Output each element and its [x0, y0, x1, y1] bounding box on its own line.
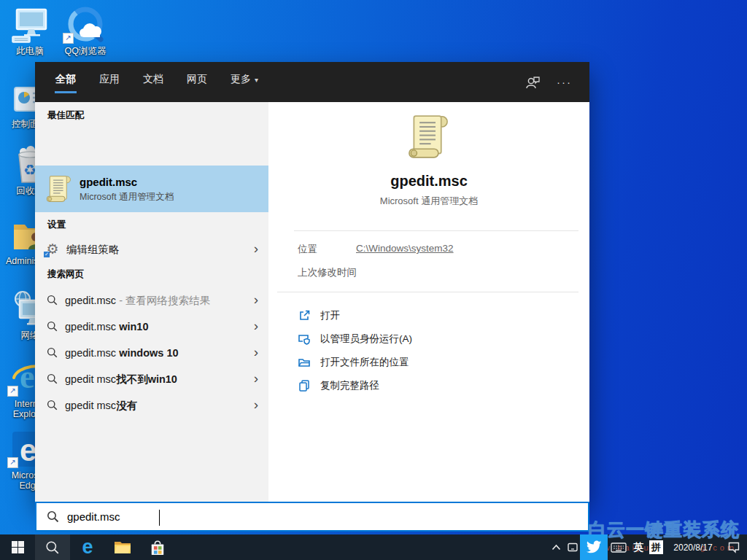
ime-pinyin-icon: 拼	[649, 540, 663, 554]
divider	[294, 230, 578, 231]
start-button[interactable]	[0, 534, 35, 560]
shortcut-arrow-icon: ↗	[7, 457, 18, 468]
taskbar-edge-button[interactable]: e	[70, 534, 105, 560]
best-match-title: gpedit.msc	[80, 175, 174, 189]
search-icon	[47, 321, 58, 332]
chevron-up-icon	[551, 544, 561, 551]
detail-subtitle: Microsoft 通用管理文档	[268, 195, 589, 208]
msc-scroll-icon-large	[406, 112, 452, 164]
search-results-list: 最佳匹配 gpedit.msc Microsoft 通用管理文档 设置 ⚙ ✓ …	[35, 102, 268, 502]
ime-language-indicator[interactable]: 英	[630, 534, 647, 560]
taskbar-clock[interactable]: 2020/8/17	[665, 534, 721, 560]
taskbar-content: e	[0, 534, 747, 560]
detail-title: gpedit.msc	[268, 173, 589, 190]
detail-modified-row: 上次修改时间	[298, 266, 575, 279]
desktop-icon-qq-browser[interactable]: ↗ QQ浏览器	[61, 6, 109, 56]
action-run-as-admin[interactable]: 以管理员身份运行(A)	[298, 330, 575, 348]
result-detail-pane: gpedit.msc Microsoft 通用管理文档 位置 C:\Window…	[268, 102, 589, 502]
search-panel-header: 全部 应用 文档 网页 更多▾ ···	[35, 62, 589, 102]
result-edit-group-policy[interactable]: ⚙ ✓ 编辑组策略 ›	[35, 236, 268, 263]
shortcut-arrow-icon: ↗	[7, 386, 18, 397]
desktop-icon-this-pc[interactable]: 此电脑	[6, 6, 54, 56]
tab-more-label: 更多	[231, 73, 251, 85]
keyboard-icon	[611, 542, 627, 553]
copy-icon	[298, 379, 311, 392]
more-options-icon[interactable]: ···	[557, 76, 572, 88]
shield-run-icon	[298, 332, 311, 346]
search-icon	[45, 540, 60, 555]
best-match-header: 最佳匹配	[47, 109, 84, 122]
web-suggestion-row[interactable]: gpedit msc没有 ›	[35, 392, 268, 419]
web-suggestion-row[interactable]: gpedit.msc - 查看网络搜索结果 ›	[35, 287, 268, 314]
tablet-icon	[568, 542, 578, 552]
chevron-right-icon[interactable]: ›	[254, 345, 258, 359]
msc-scroll-icon	[45, 174, 73, 204]
search-panel-body: 最佳匹配 gpedit.msc Microsoft 通用管理文档 设置 ⚙ ✓ …	[35, 102, 589, 502]
tray-twitter-button[interactable]	[580, 534, 608, 560]
this-pc-icon	[6, 6, 54, 44]
search-input[interactable]	[67, 510, 588, 523]
result-best-match-gpedit[interactable]: gpedit.msc Microsoft 通用管理文档	[35, 166, 268, 212]
tray-app-icon[interactable]	[565, 534, 580, 560]
twitter-bird-icon	[586, 540, 602, 554]
search-icon	[47, 295, 58, 306]
search-icon	[47, 347, 58, 359]
desktop-icon-label: 此电脑	[6, 46, 54, 56]
location-label: 位置	[298, 243, 317, 256]
folder-icon	[298, 356, 311, 369]
web-search-header: 搜索网页	[47, 268, 84, 281]
location-link[interactable]: C:\Windows\system32	[356, 243, 454, 256]
chevron-right-icon[interactable]: ›	[254, 397, 258, 411]
svg-text:e: e	[20, 358, 34, 395]
svg-text:e: e	[20, 433, 36, 467]
feedback-account-icon[interactable]	[525, 74, 541, 90]
chevron-right-icon[interactable]: ›	[254, 292, 258, 306]
desktop-icon-label: QQ浏览器	[61, 46, 109, 56]
action-copy-full-path[interactable]: 复制完整路径	[298, 377, 575, 394]
search-tabs: 全部 应用 文档 网页 更多▾	[55, 70, 259, 95]
action-center-button[interactable]	[721, 534, 747, 560]
settings-header: 设置	[47, 219, 66, 231]
best-match-subtitle: Microsoft 通用管理文档	[80, 191, 174, 203]
action-center-icon	[727, 541, 740, 553]
detail-location-row: 位置 C:\Windows\system32	[298, 243, 575, 256]
web-suggestion-row[interactable]: gpedit msc找不到win10 ›	[35, 366, 268, 392]
web-suggestion-row[interactable]: gpedit.msc windows 10 ›	[35, 340, 268, 366]
action-open[interactable]: 打开	[298, 307, 575, 324]
taskbar-search-box[interactable]	[35, 502, 589, 532]
tab-apps[interactable]: 应用	[98, 70, 120, 95]
search-panel: 全部 应用 文档 网页 更多▾ ··· 最佳匹配	[35, 62, 589, 502]
search-icon	[47, 400, 58, 411]
search-icon	[47, 373, 58, 385]
taskbar-store-button[interactable]	[140, 534, 175, 560]
file-explorer-icon	[114, 540, 131, 555]
search-icon	[47, 510, 60, 524]
ime-mode-button[interactable]: 拼	[647, 534, 665, 560]
caret-down-icon: ▾	[255, 76, 258, 84]
open-icon	[298, 309, 311, 322]
tray-show-hidden-icons[interactable]	[546, 534, 565, 560]
action-open-file-location[interactable]: 打开文件所在的位置	[298, 354, 575, 371]
taskbar-file-explorer-button[interactable]	[105, 534, 140, 560]
microsoft-store-icon	[150, 539, 166, 556]
chevron-right-icon[interactable]: ›	[254, 241, 258, 255]
tray-touch-keyboard[interactable]	[608, 534, 630, 560]
chevron-right-icon[interactable]: ›	[254, 319, 258, 332]
text-caret	[159, 510, 160, 526]
shortcut-arrow-icon: ↗	[63, 33, 74, 44]
tab-web[interactable]: 网页	[186, 70, 208, 95]
divider	[277, 292, 578, 292]
taskbar-search-button[interactable]	[35, 534, 70, 560]
tab-documents[interactable]: 文档	[142, 70, 164, 95]
tab-all[interactable]: 全部	[55, 70, 77, 95]
modified-label: 上次修改时间	[298, 266, 357, 279]
gear-icon: ⚙ ✓	[44, 241, 61, 257]
qq-browser-icon: ↗	[61, 6, 109, 44]
settings-item-label: 编辑组策略	[66, 243, 120, 257]
chevron-right-icon[interactable]: ›	[254, 371, 258, 385]
taskbar-date: 2020/8/17	[673, 542, 712, 553]
tab-more[interactable]: 更多▾	[230, 70, 259, 95]
web-suggestion-row[interactable]: gpedit.msc win10 ›	[35, 314, 268, 340]
edge-icon: e	[82, 537, 93, 557]
system-tray: 英 拼 2020/8/17	[546, 534, 747, 560]
